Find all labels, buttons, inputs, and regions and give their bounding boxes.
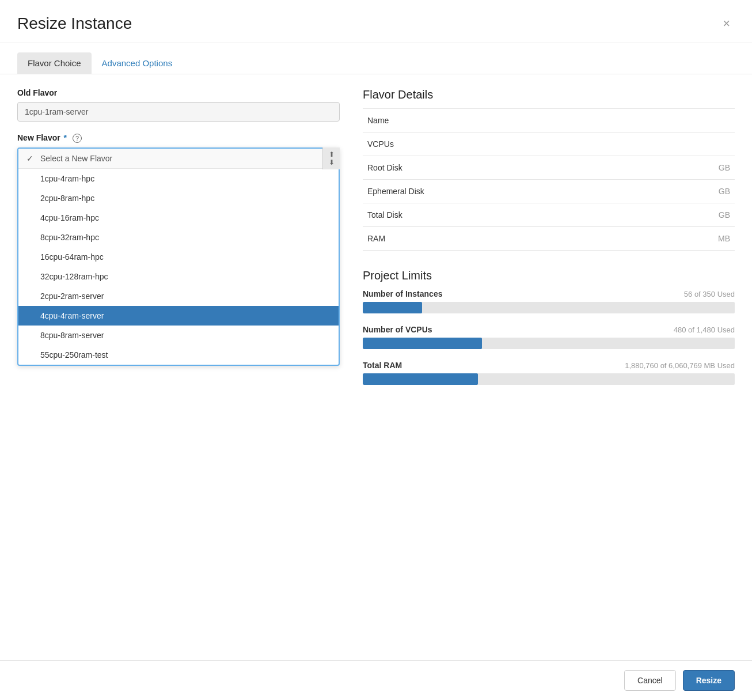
dropdown-item-4cpu-4ram-server[interactable]: 4cpu-4ram-server xyxy=(18,306,339,326)
help-icon[interactable]: ? xyxy=(73,134,82,143)
vcpus-limit-row: Number of VCPUs 480 of 1,480 Used xyxy=(363,325,735,334)
right-panel: Flavor Details Name VCPUs Root Disk GB xyxy=(363,88,735,646)
detail-row-total-disk: Total Disk GB xyxy=(363,203,735,227)
detail-value-name xyxy=(644,109,735,133)
resize-button[interactable]: Resize xyxy=(683,670,735,691)
tab-flavor-choice[interactable]: Flavor Choice xyxy=(17,52,92,74)
detail-row-name: Name xyxy=(363,109,735,133)
dropdown-item-32cpu-128ram-hpc[interactable]: 32cpu-128ram-hpc xyxy=(18,267,339,286)
resize-instance-modal: Resize Instance × Flavor Choice Advanced… xyxy=(0,0,752,700)
dropdown-item-placeholder[interactable]: ✓ Select a New Flavor xyxy=(18,149,339,169)
tab-advanced-options[interactable]: Advanced Options xyxy=(92,52,183,74)
dropdown-item-55cpu-250ram-test[interactable]: 55cpu-250ram-test xyxy=(18,345,339,365)
vcpus-progress-bg xyxy=(363,338,735,349)
detail-row-root-disk: Root Disk GB xyxy=(363,156,735,180)
detail-label-total-disk: Total Disk xyxy=(363,203,644,227)
ram-limit-label: Total RAM xyxy=(363,361,402,370)
dropdown-item-2cpu-8ram-hpc[interactable]: 2cpu-8ram-hpc xyxy=(18,188,339,208)
instances-limit-row: Number of Instances 56 of 350 Used xyxy=(363,289,735,298)
dropdown-item-1cpu-4ram-hpc[interactable]: 1cpu-4ram-hpc xyxy=(18,169,339,188)
detail-row-ram: RAM MB xyxy=(363,227,735,251)
scroll-arrow: ⬆⬇ xyxy=(322,147,340,169)
old-flavor-input xyxy=(17,102,340,122)
detail-value-ram: MB xyxy=(644,227,735,251)
ram-limit-value: 1,880,760 of 6,060,769 MB Used xyxy=(625,361,735,370)
detail-label-name: Name xyxy=(363,109,644,133)
detail-row-ephemeral-disk: Ephemeral Disk GB xyxy=(363,180,735,203)
detail-label-ram: RAM xyxy=(363,227,644,251)
detail-label-vcpus: VCPUs xyxy=(363,133,644,156)
detail-value-vcpus xyxy=(644,133,735,156)
dropdown-item-16cpu-64ram-hpc[interactable]: 16cpu-64ram-hpc xyxy=(18,247,339,267)
modal-body: Old Flavor New Flavor * ? ✓ Select a New… xyxy=(0,74,752,660)
tabs-row: Flavor Choice Advanced Options xyxy=(0,43,752,74)
detail-label-root-disk: Root Disk xyxy=(363,156,644,180)
new-flavor-label: New Flavor * ? xyxy=(17,133,340,143)
dropdown-item-2cpu-2ram-server[interactable]: 2cpu-2ram-server xyxy=(18,286,339,306)
ram-progress-fill xyxy=(363,373,478,385)
detail-value-root-disk: GB xyxy=(644,156,735,180)
instances-progress-bg xyxy=(363,302,735,313)
detail-value-total-disk: GB xyxy=(644,203,735,227)
dropdown-item-4cpu-16ram-hpc[interactable]: 4cpu-16ram-hpc xyxy=(18,208,339,228)
modal-header: Resize Instance × xyxy=(0,0,752,43)
flavor-dropdown[interactable]: ✓ Select a New Flavor 1cpu-4ram-hpc 2cpu… xyxy=(17,147,340,366)
instances-progress-fill xyxy=(363,302,422,313)
modal-footer: Cancel Resize xyxy=(0,660,752,700)
vcpus-limit-label: Number of VCPUs xyxy=(363,325,432,334)
ram-limit-row: Total RAM 1,880,760 of 6,060,769 MB Used xyxy=(363,361,735,370)
modal-title: Resize Instance xyxy=(17,14,132,33)
required-marker: * xyxy=(64,133,67,142)
close-button[interactable]: × xyxy=(718,14,735,33)
left-panel: Old Flavor New Flavor * ? ✓ Select a New… xyxy=(17,88,340,646)
old-flavor-label: Old Flavor xyxy=(17,88,340,97)
detail-value-ephemeral-disk: GB xyxy=(644,180,735,203)
flavor-details-table: Name VCPUs Root Disk GB Ephemeral Disk G… xyxy=(363,108,735,251)
dropdown-item-8cpu-32ram-hpc[interactable]: 8cpu-32ram-hpc xyxy=(18,228,339,247)
ram-progress-bg xyxy=(363,373,735,385)
vcpus-progress-fill xyxy=(363,338,482,349)
flavor-select-container: ✓ Select a New Flavor 1cpu-4ram-hpc 2cpu… xyxy=(17,147,340,366)
flavor-details-title: Flavor Details xyxy=(363,88,735,101)
vcpus-limit-value: 480 of 1,480 Used xyxy=(674,326,735,334)
detail-label-ephemeral-disk: Ephemeral Disk xyxy=(363,180,644,203)
instances-limit-label: Number of Instances xyxy=(363,289,442,298)
checkmark-icon: ✓ xyxy=(26,154,36,163)
instances-limit-value: 56 of 350 Used xyxy=(684,290,735,298)
project-limits-title: Project Limits xyxy=(363,269,735,282)
cancel-button[interactable]: Cancel xyxy=(624,670,676,691)
detail-row-vcpus: VCPUs xyxy=(363,133,735,156)
dropdown-item-8cpu-8ram-server[interactable]: 8cpu-8ram-server xyxy=(18,326,339,345)
